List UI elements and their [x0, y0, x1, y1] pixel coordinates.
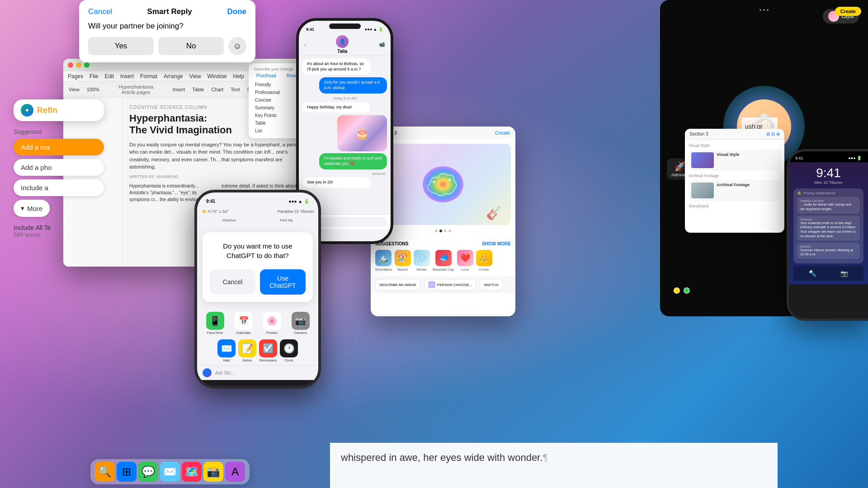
menu-pages[interactable]: Pages	[68, 73, 83, 80]
writing-tools-panel: ✦ Refin Suggested Add a ma Add a pho Inc…	[14, 99, 104, 238]
vs-title-1: Visual Style	[717, 152, 778, 157]
dock-appstore[interactable]: A	[225, 462, 245, 482]
chip-crown[interactable]: 👑 Crown	[476, 250, 492, 272]
dialog-cancel-btn[interactable]: Cancel	[210, 269, 255, 295]
vs-info-1: Visual Style ···	[717, 152, 778, 168]
weather-emoji: ☀️	[202, 209, 207, 214]
chip-baseball[interactable]: 🧢 Baseball Cap	[433, 250, 454, 272]
proofread-btn[interactable]: Proofread	[252, 73, 280, 78]
gen-dot-1[interactable]	[435, 230, 438, 232]
facetime-app[interactable]: 📱 FaceTime	[206, 312, 224, 335]
smart-reply-cancel-btn[interactable]: Cancel	[88, 7, 112, 16]
vs-icons[interactable]: ⊞ ⊟ ⊕	[766, 131, 780, 136]
menu-view[interactable]: View	[189, 73, 201, 80]
vs-card-1[interactable]: Visual Style ···	[689, 150, 781, 171]
smart-reply-done-btn[interactable]: Done	[227, 7, 247, 16]
chatgpt-icon: ✦	[21, 104, 33, 117]
vs-card-2[interactable]: Archival Footage	[689, 180, 781, 201]
siri-input[interactable]: Ask Siri...	[215, 371, 234, 375]
findmy-app[interactable]: Find My	[280, 218, 292, 222]
gen-dot-2[interactable]	[439, 230, 442, 232]
yes-button[interactable]: Yes	[88, 37, 154, 55]
chatgpt-time: 9:41	[206, 199, 215, 204]
add-map-btn[interactable]: Add a ma	[14, 139, 104, 155]
show-more-btn[interactable]: SHOW MORE	[482, 241, 511, 246]
notif-app-2: Instacart	[800, 218, 857, 221]
notif-app-3: Edwina	[800, 245, 857, 248]
delivered-label: Delivered	[302, 172, 387, 175]
calendar-app[interactable]: 📅 Calendar	[235, 312, 253, 335]
chatgpt-logo-btn[interactable]: ✦ Refin	[14, 99, 104, 121]
menu-help[interactable]: Help	[233, 73, 244, 80]
video-call-btn[interactable]: 📹	[379, 42, 385, 47]
toolbar-table[interactable]: Table	[192, 87, 204, 92]
clock-app[interactable]: 🕐 Clock	[280, 339, 298, 362]
message-input[interactable]	[312, 217, 387, 227]
love-icon: ❤️	[457, 250, 473, 266]
smart-reply-card: Cancel Smart Reply Done Will your partne…	[79, 0, 255, 62]
messages-nav: ‹ 👤 Talia 📹	[299, 33, 391, 56]
menu-edit[interactable]: Edit	[104, 73, 114, 80]
reminders-app[interactable]: ☑️ Reminders	[259, 339, 277, 362]
add-photo-btn[interactable]: Add a pho	[14, 159, 104, 176]
more-btn[interactable]: ▾ More	[14, 200, 50, 217]
chip-mountains[interactable]: 🏔️ Mountains	[375, 250, 392, 272]
chip-winter[interactable]: ❄️ Winter	[414, 250, 430, 272]
menu-arrange[interactable]: Arrange	[164, 73, 183, 80]
emoji-button[interactable]: ☺	[228, 37, 246, 55]
chip-love[interactable]: ❤️ Love	[457, 250, 473, 272]
dock-messages[interactable]: 💬	[138, 462, 158, 482]
mail-app[interactable]: ✉️ Mail	[217, 339, 236, 362]
vs-section-label: Section 3	[689, 131, 708, 136]
notification-3[interactable]: Edwina Summer interns arrived. Meeting a…	[797, 243, 860, 259]
maximize-btn[interactable]	[84, 62, 90, 68]
flashlight-icon[interactable]: 🔦	[809, 270, 816, 277]
toolbar-text[interactable]: Text	[231, 87, 240, 92]
close-btn[interactable]	[68, 62, 73, 68]
dock-launchpad[interactable]: ⊞	[117, 462, 137, 482]
minimize-btn[interactable]	[76, 62, 81, 68]
dock-mail[interactable]: ✉️	[160, 462, 180, 482]
no-button[interactable]: No	[158, 37, 224, 55]
toolbar-chart[interactable]: Chart	[211, 87, 223, 92]
weather-app[interactable]: Weather	[222, 218, 236, 222]
color-circle-yellow[interactable]	[674, 287, 680, 294]
toolbar-zoom: 100%	[87, 87, 99, 92]
dock-photos[interactable]: 📸	[203, 462, 223, 482]
gen-dot-4[interactable]	[448, 230, 451, 232]
notes-label: Notes	[238, 358, 256, 362]
camera-lock-icon[interactable]: 📷	[840, 270, 848, 277]
toolbar-insert[interactable]: Insert	[173, 87, 185, 92]
dock-maps[interactable]: 🗺️	[182, 462, 202, 482]
message-sent-2: I'm awake and ready to surf and celebrat…	[319, 153, 387, 169]
chatgpt-status-bar: 9:41 ●●● ▲ 🔋	[197, 192, 318, 206]
chip-beach[interactable]: 🏖️ Beach	[395, 250, 411, 272]
include-btn[interactable]: Include a	[14, 179, 104, 196]
gen-dot-3[interactable]	[444, 230, 447, 232]
person-choose-btn[interactable]: PERSON CHOOSE...	[424, 279, 476, 291]
calendar-icon: 📅	[235, 312, 253, 330]
camera-app[interactable]: 📷 Camera	[292, 312, 310, 335]
menu-insert[interactable]: Insert	[120, 73, 134, 80]
color-circle-green[interactable]	[684, 287, 690, 294]
back-button[interactable]: ‹	[304, 42, 306, 47]
status-icons-right: ●●● ▲ 🔋	[288, 199, 309, 204]
menu-window[interactable]: Window	[208, 73, 227, 80]
notif-bottom: 🔦 📷	[793, 266, 863, 281]
describe-image-btn[interactable]: DESCRIBE AN IMAGE	[375, 279, 420, 291]
menu-file[interactable]: File	[90, 73, 98, 80]
photos-app[interactable]: 🌸 Photos	[263, 312, 281, 335]
notification-1[interactable]: Isabella Lamarre ... invite for dinner w…	[797, 197, 860, 214]
contact-avatar[interactable]: 👤	[336, 35, 349, 48]
use-chatgpt-btn[interactable]: Use ChatGPT	[260, 269, 306, 295]
dock-finder[interactable]: 🔍	[95, 462, 115, 482]
toolbar-view[interactable]: View	[69, 87, 80, 92]
create-btn[interactable]: Create	[835, 7, 861, 16]
menu-format[interactable]: Format	[140, 73, 157, 80]
notes-app[interactable]: 📝 Notes	[238, 339, 256, 362]
chatgpt-dialog-box: Do you want me to use ChatGPT to do that…	[203, 232, 313, 302]
sketch-btn[interactable]: SKETCH	[480, 279, 502, 291]
chatgpt-dialog-area: Do you want me to use ChatGPT to do that…	[197, 224, 318, 310]
create-btn-ipad[interactable]: Create	[495, 130, 510, 136]
notification-2[interactable]: Instacart Your Instacart order is on the…	[797, 216, 860, 241]
